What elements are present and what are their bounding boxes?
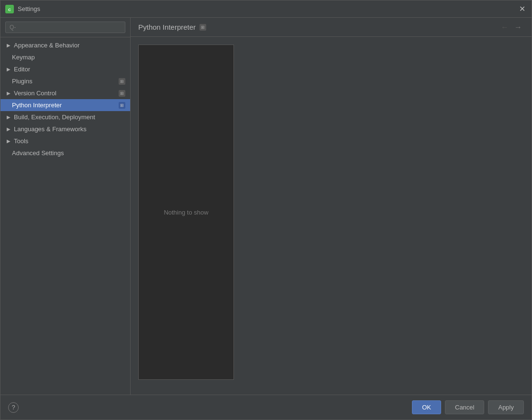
main-panel: Python Interpreter ⊞ ← → Nothing to show [131,18,532,395]
interpreter-content-box: Nothing to show [138,45,234,380]
ok-button[interactable]: OK [412,400,441,414]
app-icon: C [5,5,14,13]
sidebar-item-label: Python Interpreter [12,102,117,109]
version-control-badge: ⊞ [119,90,125,97]
sidebar-item-label: Editor [14,66,125,73]
sidebar-item-advanced-settings[interactable]: Advanced Settings [0,147,130,159]
search-input[interactable] [5,22,125,33]
sidebar-item-label: Build, Execution, Deployment [14,114,125,121]
sidebar-item-tools[interactable]: ▶ Tools [0,135,130,147]
panel-content: Nothing to show [131,37,532,395]
forward-button[interactable]: → [512,22,524,33]
sidebar-item-label: Version Control [14,90,117,97]
panel-header-left: Python Interpreter ⊞ [138,23,206,31]
sidebar-item-build-execution-deployment[interactable]: ▶ Build, Execution, Deployment [0,111,130,123]
panel-title-badge: ⊞ [200,24,206,31]
apply-button[interactable]: Apply [488,400,524,414]
panel-header: Python Interpreter ⊞ ← → [131,18,532,37]
panel-nav: ← → [499,22,524,33]
python-interpreter-badge: ⊞ [119,102,125,109]
sidebar-item-label: Plugins [12,78,117,85]
help-button[interactable]: ? [8,402,19,413]
chevron-right-icon: ▶ [5,66,12,73]
plugins-badge: ⊞ [119,78,125,85]
cancel-button[interactable]: Cancel [445,400,484,414]
sidebar-item-python-interpreter[interactable]: Python Interpreter ⊞ [0,99,130,111]
sidebar-item-label: Advanced Settings [12,149,125,157]
chevron-right-icon: ▶ [5,126,12,133]
sidebar-item-keymap[interactable]: Keymap [0,51,130,63]
footer-left: ? [8,402,19,413]
sidebar-item-label: Languages & Frameworks [14,125,125,133]
chevron-right-icon: ▶ [5,42,12,49]
chevron-right-icon: ▶ [5,114,12,121]
sidebar-item-editor[interactable]: ▶ Editor [0,63,130,75]
nothing-to-show-text: Nothing to show [164,209,208,216]
footer-right: OK Cancel Apply [412,400,524,414]
sidebar-item-label: Appearance & Behavior [14,42,125,49]
window-title: Settings [18,5,40,12]
search-container [0,18,130,37]
sidebar-item-label: Keymap [12,54,125,61]
sidebar-item-languages-frameworks[interactable]: ▶ Languages & Frameworks [0,123,130,135]
chevron-right-icon: ▶ [5,90,12,97]
sidebar-item-appearance-behavior[interactable]: ▶ Appearance & Behavior [0,39,130,51]
footer: ? OK Cancel Apply [0,395,532,420]
sidebar: ▶ Appearance & Behavior Keymap ▶ Editor … [0,18,131,395]
sidebar-item-version-control[interactable]: ▶ Version Control ⊞ [0,87,130,99]
chevron-right-icon: ▶ [5,138,12,145]
titlebar: C Settings ✕ [0,0,532,18]
settings-window: C Settings ✕ ▶ Appearance & Behavior Key… [0,0,532,420]
back-button[interactable]: ← [499,22,510,33]
sidebar-item-plugins[interactable]: Plugins ⊞ [0,75,130,87]
sidebar-item-label: Tools [14,137,125,145]
svg-text:C: C [8,8,11,12]
titlebar-left: C Settings [5,5,40,13]
close-button[interactable]: ✕ [517,4,527,14]
panel-title: Python Interpreter [138,23,196,31]
content-area: ▶ Appearance & Behavior Keymap ▶ Editor … [0,18,532,395]
nav-list: ▶ Appearance & Behavior Keymap ▶ Editor … [0,37,130,395]
